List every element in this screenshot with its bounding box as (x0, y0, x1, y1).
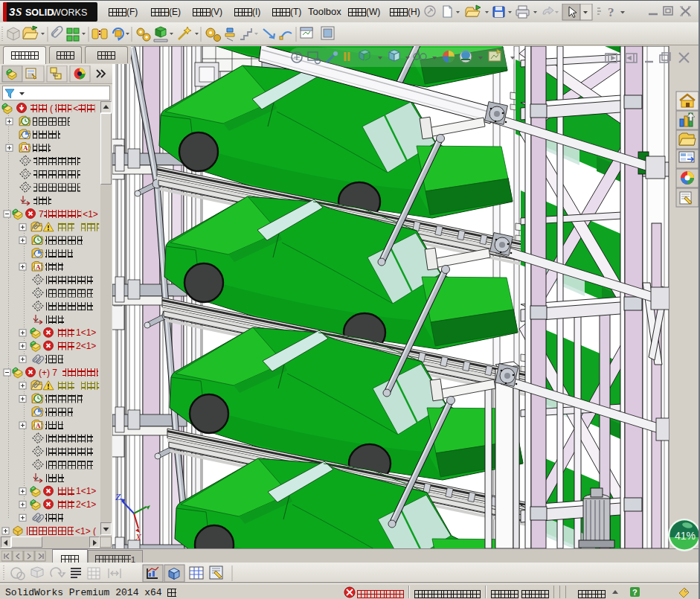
svg-text:<1> (: <1> ( (75, 526, 96, 536)
svg-text:3: 3 (9, 5, 16, 18)
svg-text:X: X (135, 531, 142, 542)
svg-text:(: ( (50, 103, 53, 114)
svg-text:1<1>: 1<1> (76, 486, 96, 496)
svg-text:S: S (16, 6, 22, 18)
svg-text:?: ? (608, 5, 614, 19)
svg-text:2<1>: 2<1> (76, 341, 96, 351)
svg-text:2<1>: 2<1> (76, 499, 96, 510)
svg-text:<: < (73, 103, 78, 114)
svg-text:SOLID: SOLID (25, 7, 54, 18)
svg-text:1<1>: 1<1> (76, 327, 96, 338)
svg-text:Z: Z (115, 491, 121, 502)
svg-text:7: 7 (39, 209, 44, 220)
svg-text:?: ? (632, 588, 638, 597)
svg-text:WORKS: WORKS (52, 7, 87, 18)
svg-text:<1>: <1> (83, 209, 98, 220)
svg-text:(+) 7: (+) 7 (39, 368, 57, 378)
svg-text:41%: 41% (675, 530, 696, 542)
